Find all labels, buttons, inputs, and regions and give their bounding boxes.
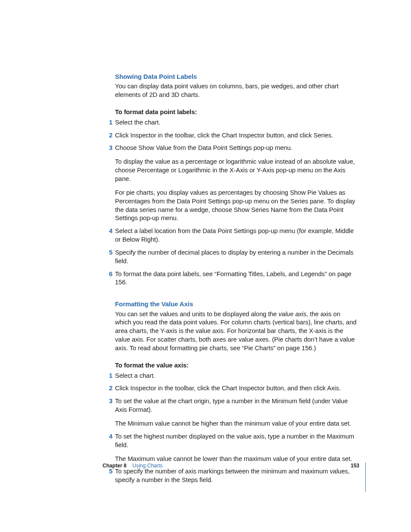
section-showing-data-point-labels: Showing Data Point Labels You can displa… [115, 72, 357, 287]
step-4: To set the highest number displayed on t… [115, 432, 357, 464]
intro-pre: You can set the values and units to be d… [115, 311, 278, 317]
page: Showing Data Point Labels You can displa… [0, 0, 411, 532]
step-text: Choose Show Value from the Data Point Se… [115, 144, 357, 152]
step-text: The Minimum value cannot be higher than … [115, 420, 357, 428]
footer-left: Chapter 8 Using Charts [103, 463, 365, 469]
step-text: To format the data point labels, see “Fo… [115, 270, 357, 287]
step-2: Click Inspector in the toolbar, click th… [115, 384, 357, 393]
section-title: Showing Data Point Labels [115, 72, 357, 81]
procedure-heading: To format the value axis: [115, 361, 357, 370]
step-4: Select a label location from the Data Po… [115, 227, 357, 244]
step-text: Select the chart. [115, 118, 357, 127]
section-formatting-value-axis: Formatting the Value Axis You can set th… [115, 300, 357, 485]
step-1: Select a chart. [115, 372, 357, 380]
step-6: To format the data point labels, see “Fo… [115, 270, 357, 287]
step-text: Select a label location from the Data Po… [115, 227, 357, 244]
step-3: Choose Show Value from the Data Point Se… [115, 144, 357, 223]
page-footer: Chapter 8 Using Charts 153 [103, 463, 366, 492]
chapter-title: Using Charts [132, 463, 162, 469]
section-intro: You can set the values and units to be d… [115, 310, 357, 353]
step-1: Select the chart. [115, 118, 357, 127]
intro-italic: value axis [278, 311, 306, 317]
step-text: Click Inspector in the toolbar, click th… [115, 384, 357, 393]
step-text: Select a chart. [115, 372, 357, 380]
step-text: To display the value as a percentage or … [115, 158, 357, 184]
procedure-heading: To format data point labels: [115, 108, 357, 117]
step-text: To set the value at the chart origin, ty… [115, 397, 357, 414]
main-content: Showing Data Point Labels You can displa… [115, 72, 357, 495]
chapter-label: Chapter 8 [103, 463, 127, 469]
step-text: The Maximum value cannot be lower than t… [115, 455, 357, 464]
page-number: 153 [351, 463, 359, 469]
step-5: Specify the number of decimal places to … [115, 249, 357, 266]
step-text: For pie charts, you display values as pe… [115, 189, 357, 223]
section-title: Formatting the Value Axis [115, 300, 357, 308]
step-text: Click Inspector in the toolbar, click th… [115, 131, 357, 140]
section-intro: You can display data point values on col… [115, 82, 357, 100]
step-text: Specify the number of decimal places to … [115, 249, 357, 266]
step-3: To set the value at the chart origin, ty… [115, 397, 357, 428]
procedure-steps: Select the chart. Click Inspector in the… [115, 118, 357, 287]
step-text: To set the highest number displayed on t… [115, 432, 357, 450]
step-2: Click Inspector in the toolbar, click th… [115, 131, 357, 140]
